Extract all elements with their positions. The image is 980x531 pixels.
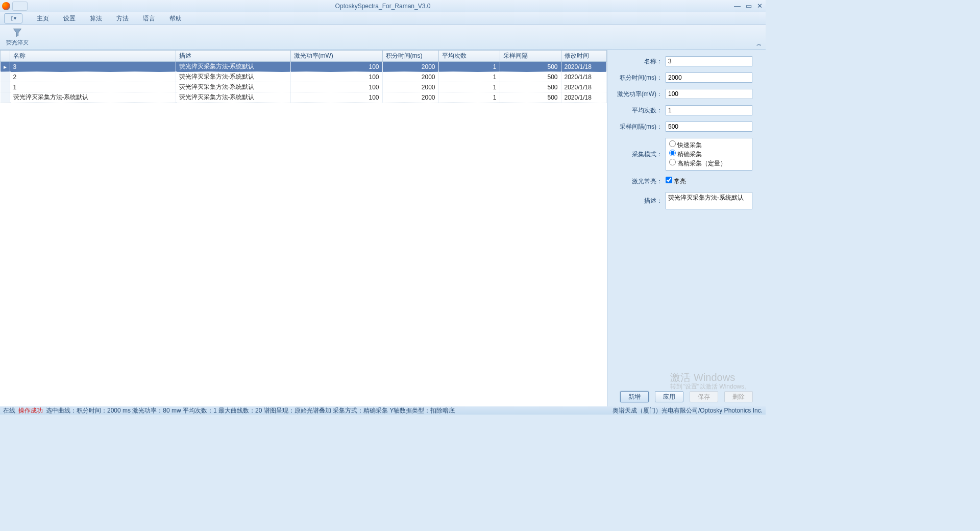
status-company: 奥谱天成（厦门）光电有限公司/Optosky Photonics Inc. <box>612 406 763 415</box>
collection-mode-option[interactable]: 精确采集 <box>669 150 749 159</box>
menu-algorithm[interactable]: 算法 <box>83 12 109 25</box>
table-header[interactable]: 激光功率(mW) <box>290 51 382 62</box>
methods-table[interactable]: 名称描述激光功率(mW)积分时间(ms)平均次数采样间隔修改时间 ▸3荧光淬灭采… <box>0 50 607 103</box>
label-int-time: 积分时间(ms)： <box>615 74 666 82</box>
sample-interval-field[interactable] <box>666 122 752 132</box>
collection-mode-option[interactable]: 快速采集 <box>669 140 749 150</box>
laser-power-field[interactable] <box>666 89 752 99</box>
table-header[interactable]: 积分时间(ms) <box>382 51 438 62</box>
average-count-field[interactable] <box>666 105 752 115</box>
maximize-icon[interactable]: ▭ <box>746 2 752 10</box>
table-header[interactable]: 采样间隔 <box>500 51 561 62</box>
table-header[interactable]: 名称 <box>10 51 176 62</box>
minimize-icon[interactable]: — <box>734 2 741 10</box>
collection-mode-group: 快速采集 精确采集 高精采集（定量） <box>666 138 752 171</box>
label-laser-on: 激光常亮： <box>615 177 666 186</box>
window-title: OptoskySpectra_For_Raman_V3.0 <box>335 3 431 10</box>
status-bar: 在线 操作成功 选中曲线：积分时间：2000 ms 激光功率：80 mw 平均次… <box>0 406 766 415</box>
form-buttons: 新增 应用 保存 删除 <box>615 391 758 402</box>
close-icon[interactable]: ✕ <box>757 2 763 10</box>
menu-bar: ▯▾ 主页 设置 算法 方法 语言 帮助 <box>0 12 766 25</box>
label-sample-interval: 采样间隔(ms)： <box>615 123 666 131</box>
table-header[interactable]: 修改时间 <box>561 51 607 62</box>
form-pane: 名称： 积分时间(ms)： 激光功率(mW)： 平均次数： 采样间隔(ms)： … <box>607 50 766 406</box>
ribbon-panel: 荧光淬灭 ︽ <box>0 25 766 50</box>
table-row[interactable]: 荧光淬灭采集方法-系统默认荧光淬灭采集方法-系统默认10020001500202… <box>1 92 607 103</box>
label-desc: 描述： <box>615 197 666 205</box>
funnel-icon <box>12 28 22 38</box>
table-pane: 名称描述激光功率(mW)积分时间(ms)平均次数采样间隔修改时间 ▸3荧光淬灭采… <box>0 50 607 406</box>
save-button[interactable]: 保存 <box>690 391 718 402</box>
quick-access-toolbar[interactable] <box>12 2 28 11</box>
status-online: 在线 <box>3 406 15 415</box>
status-details: 选中曲线：积分时间：2000 ms 激光功率：80 mw 平均次数：1 最大曲线… <box>46 406 455 415</box>
table-row[interactable]: 1荧光淬灭采集方法-系统默认100200015002020/1/18 <box>1 82 607 92</box>
menu-method[interactable]: 方法 <box>109 12 136 25</box>
table-row[interactable]: ▸3荧光淬灭采集方法-系统默认100200015002020/1/18 <box>1 62 607 72</box>
menu-settings[interactable]: 设置 <box>56 12 83 25</box>
ribbon-collapse-icon[interactable]: ︽ <box>756 40 762 47</box>
app-icon <box>2 2 10 10</box>
title-bar: OptoskySpectra_For_Raman_V3.0 — ▭ ✕ <box>0 0 766 12</box>
table-row[interactable]: 2荧光淬灭采集方法-系统默认100200015002020/1/18 <box>1 72 607 82</box>
menu-language[interactable]: 语言 <box>136 12 162 25</box>
status-ok: 操作成功 <box>18 406 43 415</box>
laser-always-on-checkbox[interactable]: 常亮 <box>666 177 686 186</box>
delete-button[interactable]: 删除 <box>724 391 753 402</box>
label-laser-power: 激光功率(mW)： <box>615 90 666 99</box>
description-field[interactable] <box>666 192 752 209</box>
main-area: 名称描述激光功率(mW)积分时间(ms)平均次数采样间隔修改时间 ▸3荧光淬灭采… <box>0 50 766 406</box>
table-header[interactable]: 平均次数 <box>438 51 500 62</box>
file-menu-button[interactable]: ▯▾ <box>4 13 22 23</box>
table-header[interactable]: 描述 <box>176 51 290 62</box>
collection-mode-option[interactable]: 高精采集（定量） <box>669 159 749 168</box>
label-name: 名称： <box>615 57 666 66</box>
integration-time-field[interactable] <box>666 73 752 83</box>
fluorescence-quench-button[interactable]: 荧光淬灭 <box>3 27 32 47</box>
label-avg: 平均次数： <box>615 106 666 115</box>
menu-home[interactable]: 主页 <box>30 12 56 25</box>
apply-button[interactable]: 应用 <box>655 391 683 402</box>
menu-help[interactable]: 帮助 <box>162 12 189 25</box>
name-field[interactable] <box>666 56 752 66</box>
ribbon-button-label: 荧光淬灭 <box>6 39 29 46</box>
new-button[interactable]: 新增 <box>620 391 649 402</box>
label-mode: 采集模式： <box>615 150 666 159</box>
